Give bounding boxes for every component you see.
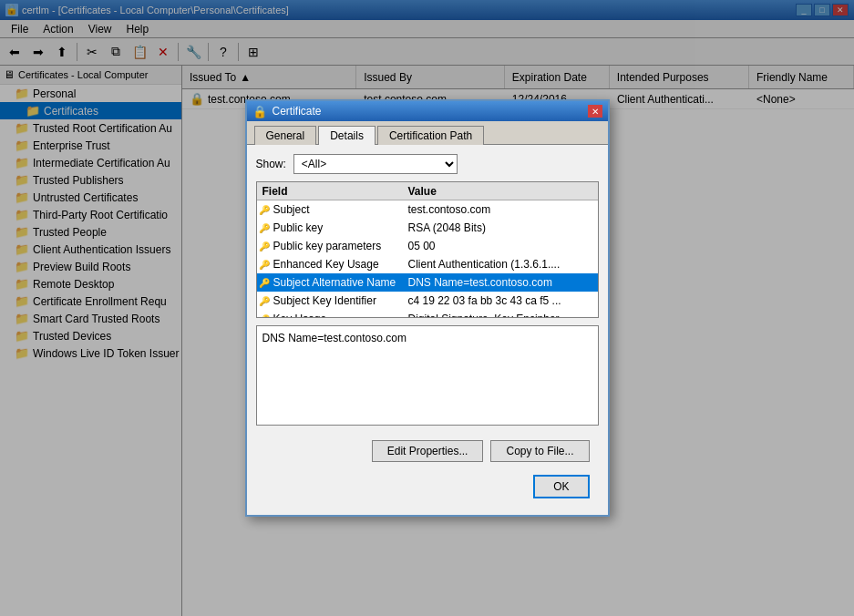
show-select[interactable]: <All> Version 1 Fields Only Extensions O… — [293, 154, 458, 174]
dialog-body: Show: <All> Version 1 Fields Only Extens… — [247, 145, 608, 515]
detail-row-icon: 🔑 — [259, 205, 270, 215]
detail-row-icon: 🔑 — [259, 296, 270, 306]
show-label: Show: — [256, 158, 286, 170]
ok-button[interactable]: OK — [533, 475, 589, 498]
edit-properties-button[interactable]: Edit Properties... — [372, 440, 484, 462]
dialog-footer-buttons: Edit Properties... Copy to File... — [256, 435, 599, 467]
detail-row-subject-alt[interactable]: 🔑 Subject Alternative Name DNS Name=test… — [257, 273, 598, 292]
dialog-tabs: General Details Certification Path — [247, 121, 608, 145]
dialog-title-icon: 🔒 — [252, 105, 267, 118]
detail-row-icon: 🔑 — [259, 314, 270, 319]
dialog-title-text: Certificate — [273, 105, 588, 118]
detail-row-icon: 🔑 — [259, 223, 270, 233]
dialog-ok-row: OK — [256, 471, 599, 506]
dialog-title-bar: 🔒 Certificate ✕ — [247, 101, 608, 121]
details-table-container: Field Value 🔑 Subject test.contoso.com 🔑… — [256, 181, 599, 318]
details-header-row: Field Value — [257, 182, 598, 200]
detail-value-box: DNS Name=test.contoso.com — [256, 325, 599, 426]
tab-certification-path[interactable]: Certification Path — [377, 126, 484, 145]
show-row: Show: <All> Version 1 Fields Only Extens… — [256, 154, 599, 174]
detail-row-key-usage[interactable]: 🔑 Key Usage Digital Signature, Key Encip… — [257, 310, 598, 318]
detail-row-subject-key-id[interactable]: 🔑 Subject Key Identifier c4 19 22 03 fa … — [257, 292, 598, 310]
detail-row-public-key-params[interactable]: 🔑 Public key parameters 05 00 — [257, 237, 598, 255]
modal-overlay: 🔒 Certificate ✕ General Details Certific… — [0, 0, 854, 616]
dialog-close-button[interactable]: ✕ — [588, 105, 602, 118]
detail-row-icon: 🔑 — [259, 278, 270, 288]
detail-row-enhanced-key[interactable]: 🔑 Enhanced Key Usage Client Authenticati… — [257, 255, 598, 273]
detail-row-icon: 🔑 — [259, 260, 270, 270]
tab-general[interactable]: General — [254, 126, 317, 145]
copy-to-file-button[interactable]: Copy to File... — [490, 440, 589, 462]
detail-row-public-key[interactable]: 🔑 Public key RSA (2048 Bits) — [257, 219, 598, 237]
detail-row-subject[interactable]: 🔑 Subject test.contoso.com — [257, 200, 598, 219]
details-col-value-header: Value — [403, 185, 598, 198]
certificate-dialog: 🔒 Certificate ✕ General Details Certific… — [245, 99, 610, 517]
tab-details[interactable]: Details — [318, 126, 376, 145]
detail-row-icon: 🔑 — [259, 241, 270, 252]
details-col-field-header: Field — [257, 185, 403, 198]
